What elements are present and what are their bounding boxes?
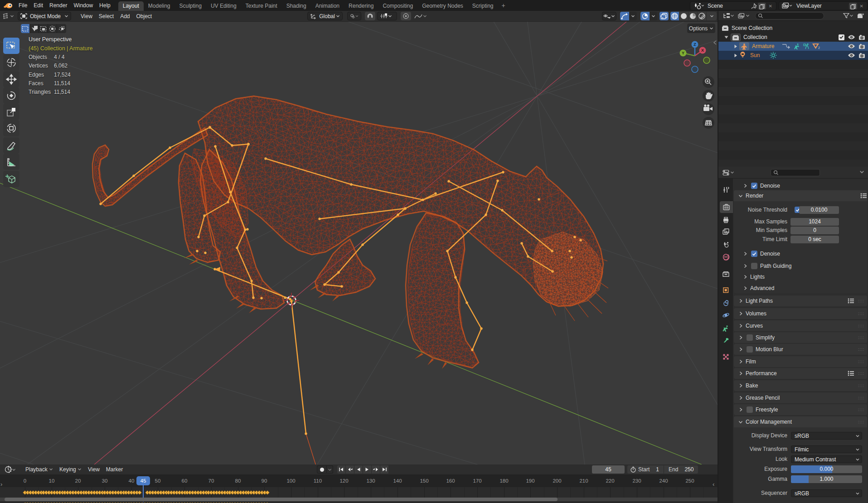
svg-text:Z: Z	[693, 42, 696, 47]
svg-text:X: X	[701, 48, 704, 53]
svg-text:Y: Y	[682, 51, 684, 55]
svg-text:2: 2	[818, 46, 820, 49]
